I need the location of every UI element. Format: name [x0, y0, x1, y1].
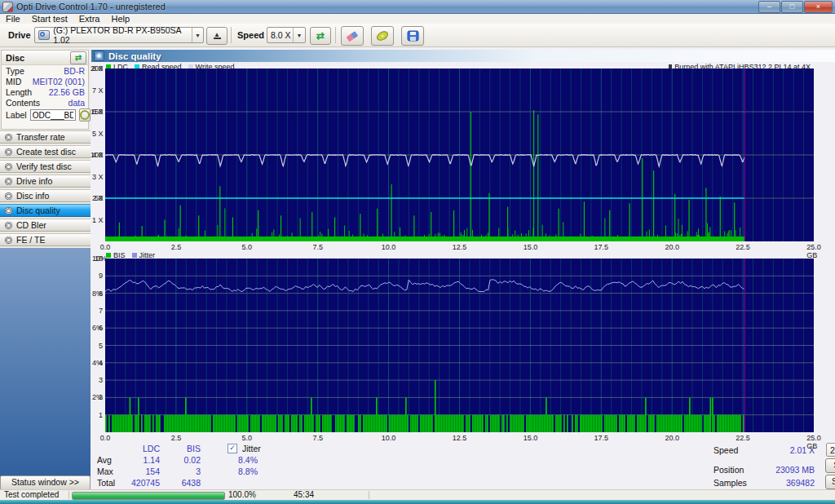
- axis-tick: 17.5: [594, 434, 609, 442]
- axis-tick: 20.0: [665, 243, 679, 251]
- test-speed-select[interactable]: 2.0 X ▼: [826, 443, 835, 457]
- window-title: Opti Drive Control 1.70 - unregistered: [16, 2, 166, 11]
- start-part-button[interactable]: Start part: [825, 475, 835, 489]
- eject-icon: ▲: [214, 33, 221, 39]
- info-value: 22.56 GB: [49, 87, 85, 97]
- ctl-position-label: Position: [714, 465, 744, 475]
- sidebar-nav: Transfer rateCreate test discVerify test…: [0, 130, 91, 263]
- axis-tick: 8 X: [92, 64, 104, 73]
- info-value: data: [68, 98, 85, 108]
- stats-value-bis: 3: [168, 466, 201, 476]
- axis-tick: 3 X: [92, 173, 104, 181]
- disc-icon: [5, 163, 12, 170]
- bis-jitter-plot: [105, 259, 814, 432]
- axis-tick: 10.0: [382, 243, 396, 251]
- progress-percent: 100.0%: [228, 490, 256, 500]
- axis-tick: 8%: [92, 290, 103, 298]
- toolbar-separator: [231, 27, 232, 43]
- axis-tick: 17.5: [594, 243, 609, 251]
- sidebar-item-disc-info[interactable]: Disc info: [0, 189, 91, 202]
- disc-panel: Disc ⇄ TypeBD-RMIDMEIT02 (001)Length22.5…: [1, 50, 89, 130]
- disc-icon: [5, 148, 12, 156]
- sidebar-item-disc-quality[interactable]: Disc quality: [0, 204, 91, 217]
- info-value: MEIT02 (001): [33, 77, 85, 86]
- ctl-speed-label: Speed: [714, 445, 738, 455]
- legend-swatch-icon: [132, 253, 137, 258]
- stats-header-jitter: Jitter: [242, 444, 261, 453]
- sidebar-item-label: CD Bler: [16, 220, 46, 230]
- stats-header-bis: BIS: [168, 444, 201, 453]
- stats-row-label: Total: [97, 478, 115, 488]
- stats-value-bis: 0.02: [168, 455, 201, 465]
- drive-label: Drive: [8, 30, 31, 40]
- disc-panel-title: Disc: [6, 53, 24, 63]
- sidebar-item-create-test-disc[interactable]: Create test disc: [0, 145, 91, 158]
- refresh-button[interactable]: ⇄: [310, 27, 331, 45]
- axis-tick: 10%: [92, 254, 107, 263]
- toolbar-separator: [335, 27, 336, 43]
- sidebar-item-label: Disc quality: [16, 206, 60, 215]
- start-full-button[interactable]: Start full: [825, 458, 835, 473]
- disc-info-row: Contentsdata: [2, 97, 88, 108]
- bottom-chart-legend: BISJitter: [106, 251, 155, 259]
- axis-tick: 22.5: [736, 434, 750, 442]
- axis-tick: 2 X: [92, 194, 104, 202]
- title-bar: Opti Drive Control 1.70 - unregistered –…: [0, 0, 835, 14]
- axis-tick: 4%: [92, 359, 103, 367]
- sidebar-item-drive-info[interactable]: Drive info: [0, 175, 91, 188]
- disc-quality-icon: [94, 51, 104, 61]
- speed-select[interactable]: 8.0 X ▼: [267, 27, 306, 43]
- sidebar-item-label: Drive info: [16, 176, 52, 186]
- bottom-edge-strip: [0, 500, 835, 504]
- axis-tick: 5.0: [242, 434, 253, 442]
- axis-tick: 12.5: [453, 243, 467, 251]
- sidebar-item-cd-bler[interactable]: CD Bler: [0, 219, 91, 232]
- speed-select-value: 8.0 X: [271, 30, 291, 40]
- copy-disc-button[interactable]: [371, 26, 394, 46]
- chevron-down-icon: ▼: [293, 28, 305, 42]
- stats-row-label: Max: [97, 466, 113, 476]
- axis-tick: 7.5: [312, 434, 323, 442]
- sidebar-item-label: Create test disc: [16, 147, 76, 157]
- top-chart-y-axis-right: 8 X7 X6 X5 X4 X3 X2 X1 X: [91, 69, 110, 241]
- minimize-button[interactable]: –: [758, 1, 780, 13]
- refresh-icon: ⇄: [316, 30, 325, 42]
- sidebar-item-fe-te[interactable]: FE / TE: [0, 233, 91, 246]
- save-button[interactable]: [401, 26, 424, 46]
- top-chart-x-axis: 0.02.55.07.510.012.515.017.520.022.525.0…: [105, 243, 814, 251]
- menu-item-file[interactable]: File: [0, 14, 26, 24]
- disc-label-input[interactable]: [30, 109, 76, 121]
- axis-tick: 15.0: [524, 243, 538, 251]
- status-window-button[interactable]: Status window >>: [0, 475, 91, 490]
- sidebar-item-label: Verify test disc: [16, 161, 72, 171]
- bottom-chart-y-axis-right: 10%8%6%4%2%: [91, 259, 110, 432]
- info-label: Type: [6, 66, 24, 76]
- sidebar-item-verify-test-disc[interactable]: Verify test disc: [0, 160, 91, 173]
- erase-disc-button[interactable]: [341, 26, 364, 46]
- progress-fill: [73, 493, 224, 499]
- sidebar-item-transfer-rate[interactable]: Transfer rate: [0, 130, 91, 144]
- axis-tick: 0.0: [100, 434, 111, 442]
- sidebar-filler: [0, 248, 91, 477]
- sidebar: Disc ⇄ TypeBD-RMIDMEIT02 (001)Length22.5…: [0, 47, 91, 490]
- eject-button[interactable]: ▲: [206, 27, 228, 45]
- drive-select[interactable]: (G:) PLEXTOR BD-R PX-B950SA 1.02 ▼: [34, 27, 204, 43]
- menu-item-start-test[interactable]: Start test: [26, 14, 73, 24]
- axis-tick: 10.0: [382, 434, 396, 442]
- maximize-button[interactable]: □: [781, 1, 803, 13]
- speed-label: Speed: [237, 30, 264, 40]
- menu-item-help[interactable]: Help: [105, 14, 135, 24]
- write-label-button[interactable]: [79, 108, 91, 122]
- drive-select-value: (G:) PLEXTOR BD-R PX-B950SA 1.02: [53, 25, 192, 45]
- jitter-checkbox[interactable]: ✓: [228, 444, 237, 453]
- save-icon: [407, 30, 419, 42]
- disc-info-row: MIDMEIT02 (001): [2, 76, 88, 86]
- refresh-disc-button[interactable]: ⇄: [70, 51, 86, 64]
- disc-info-row: TypeBD-R: [2, 65, 88, 76]
- close-button[interactable]: ×: [804, 1, 833, 13]
- menu-item-extra[interactable]: Extra: [73, 14, 106, 24]
- axis-tick: 1 X: [92, 216, 104, 224]
- stats-row-label: Avg: [97, 455, 112, 465]
- stats-value-ldc: 154: [123, 466, 160, 476]
- status-bar: Test completed 100.0% 45:34: [0, 489, 835, 500]
